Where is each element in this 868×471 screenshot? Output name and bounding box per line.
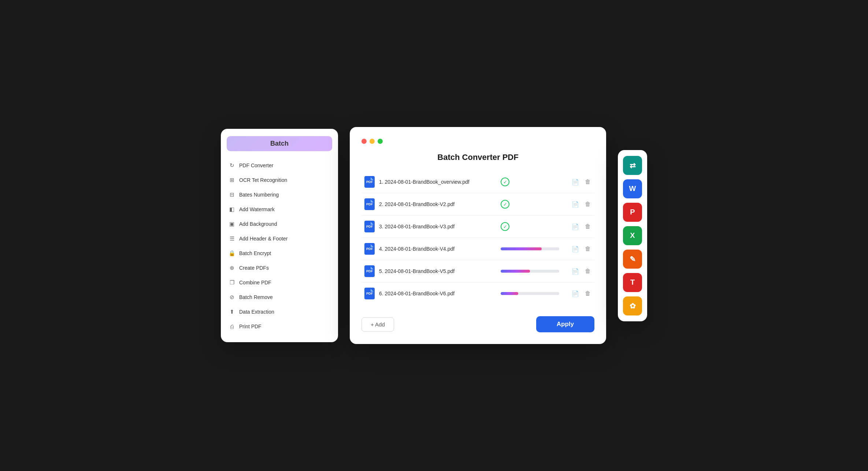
app-icon-photo[interactable]: ✿ [623,296,642,315]
file-icon-letter-2: PDF [366,202,373,206]
create-icon: ⊕ [228,264,235,272]
header-footer-icon: ☰ [228,235,235,242]
file-status-6 [501,292,567,295]
status-check-2: ✓ [501,200,509,209]
minimize-button[interactable] [370,139,375,144]
file-name-3: 3. 2024-08-01-BrandBook-V3.pdf [379,224,496,229]
sidebar-item-bates[interactable]: ⊟Bates Numbering [224,188,335,202]
sidebar-menu: ↻PDF Converter⊞OCR Tet Recognition⊟Bates… [221,157,338,335]
sidebar-item-header-footer[interactable]: ☰Add Header & Footer [224,232,335,246]
file-name-1: 1. 2024-08-01-BrandBook_overview.pdf [379,179,496,185]
close-button[interactable] [361,139,367,144]
file-delete-btn-1[interactable]: 🗑 [584,178,591,186]
app-icon-editor[interactable]: ✎ [623,250,642,269]
file-actions-4: 📄🗑 [571,245,591,253]
bottom-bar: + Add Apply [361,313,594,332]
maximize-button[interactable] [378,139,383,144]
sidebar-item-encrypt[interactable]: 🔒Batch Encrypt [224,246,335,260]
sidebar-item-label-create: Create PDFs [239,265,269,271]
file-delete-btn-3[interactable]: 🗑 [584,223,591,231]
sidebar-item-label-print: Print PDF [239,324,261,329]
file-icon-5: PDF [364,265,375,277]
sidebar-item-label-bates: Bates Numbering [239,192,279,198]
sidebar-item-create[interactable]: ⊕Create PDFs [224,261,335,275]
app-icon-shuffle[interactable]: ⇄ [623,156,642,175]
file-row-2: PDF2. 2024-08-01-BrandBook-V2.pdf✓📄🗑 [361,193,594,216]
file-name-6: 6. 2024-08-01-BrandBook-V6.pdf [379,291,496,296]
file-icon-3: PDF [364,221,375,232]
remove-icon: ⊘ [228,294,235,301]
combine-icon: ❐ [228,279,235,286]
file-icon-4: PDF [364,243,375,255]
status-check-1: ✓ [501,177,509,186]
app-icon-template[interactable]: T [623,273,642,292]
file-icon-letter-4: PDF [366,247,373,251]
file-delete-btn-5[interactable]: 🗑 [584,267,591,275]
app-icon-powerpoint[interactable]: P [623,203,642,222]
apply-button[interactable]: Apply [536,316,594,332]
progress-bar-6 [501,292,559,295]
file-row-3: PDF3. 2024-08-01-BrandBook-V3.pdf✓📄🗑 [361,216,594,238]
app-icon-label-word: W [629,184,636,193]
file-status-3: ✓ [501,222,567,231]
file-icon-letter-5: PDF [366,269,373,273]
sidebar-item-watermark[interactable]: ◧Add Watermark [224,202,335,216]
file-delete-btn-4[interactable]: 🗑 [584,245,591,253]
file-name-2: 2. 2024-08-01-BrandBook-V2.pdf [379,201,496,207]
file-actions-5: 📄🗑 [571,267,591,276]
file-doc-btn-4[interactable]: 📄 [571,245,580,253]
file-icon-1: PDF [364,176,375,188]
sidebar-title[interactable]: Batch [227,136,332,151]
sidebar-item-remove[interactable]: ⊘Batch Remove [224,290,335,304]
sidebar-header: Batch [221,136,338,157]
sidebar-item-ocr[interactable]: ⊞OCR Tet Recognition [224,173,335,187]
file-status-5 [501,270,567,273]
sidebar-item-print[interactable]: ⎙Print PDF [224,319,335,333]
file-actions-1: 📄🗑 [571,178,591,186]
traffic-lights [361,139,594,144]
app-icon-label-editor: ✎ [630,255,636,263]
app-icon-label-powerpoint: P [630,208,635,216]
app-icon-label-template: T [630,278,635,287]
app-icon-label-shuffle: ⇄ [630,161,636,170]
file-status-1: ✓ [501,177,567,186]
file-name-4: 4. 2024-08-01-BrandBook-V4.pdf [379,246,496,252]
encrypt-icon: 🔒 [228,250,235,257]
progress-fill-5 [501,270,530,273]
progress-fill-6 [501,292,518,295]
file-status-2: ✓ [501,200,567,209]
app-icon-excel[interactable]: X [623,226,642,245]
sidebar-panel: Batch ↻PDF Converter⊞OCR Tet Recognition… [221,129,338,342]
file-row-1: PDF1. 2024-08-01-BrandBook_overview.pdf✓… [361,171,594,193]
app-icon-label-excel: X [630,231,635,240]
sidebar-item-combine[interactable]: ❐Combine PDF [224,276,335,289]
sidebar-item-label-pdf-converter: PDF Converter [239,162,273,168]
ocr-icon: ⊞ [228,176,235,184]
file-doc-btn-1[interactable]: 📄 [571,178,580,186]
sidebar-item-background[interactable]: ▣Add Background [224,217,335,231]
file-delete-btn-2[interactable]: 🗑 [584,200,591,208]
file-actions-6: 📄🗑 [571,289,591,298]
file-doc-btn-6[interactable]: 📄 [571,289,580,298]
add-button[interactable]: + Add [361,317,394,332]
progress-fill-4 [501,247,542,250]
sidebar-item-label-header-footer: Add Header & Footer [239,236,288,242]
app-icon-word[interactable]: W [623,179,642,198]
file-icon-2: PDF [364,198,375,210]
file-doc-btn-2[interactable]: 📄 [571,200,580,209]
sidebar-item-label-ocr: OCR Tet Recognition [239,177,287,183]
sidebar-item-extraction[interactable]: ⬆Data Extraction [224,305,335,319]
progress-bar-5 [501,270,559,273]
file-name-5: 5. 2024-08-01-BrandBook-V5.pdf [379,268,496,274]
file-doc-btn-3[interactable]: 📄 [571,223,580,231]
file-row-6: PDF6. 2024-08-01-BrandBook-V6.pdf📄🗑 [361,283,594,304]
file-row-4: PDF4. 2024-08-01-BrandBook-V4.pdf📄🗑 [361,238,594,260]
file-doc-btn-5[interactable]: 📄 [571,267,580,276]
bates-icon: ⊟ [228,191,235,198]
main-panel: Batch Converter PDF PDF1. 2024-08-01-Bra… [350,127,606,344]
progress-bar-4 [501,247,559,250]
file-delete-btn-6[interactable]: 🗑 [584,289,591,298]
sidebar-item-pdf-converter[interactable]: ↻PDF Converter [224,158,335,172]
app-dock: ⇄WPX✎T✿ [618,150,647,321]
pdf-converter-icon: ↻ [228,162,235,169]
